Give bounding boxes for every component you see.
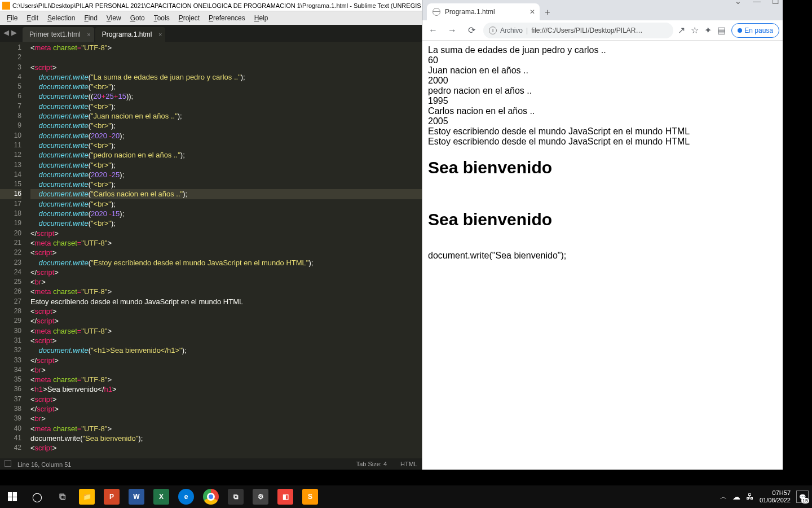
menu-view[interactable]: View xyxy=(102,14,126,22)
code-line[interactable]: <meta charset="UTF-8"> xyxy=(30,326,422,336)
code-line[interactable]: </script> xyxy=(30,356,422,365)
code-line[interactable]: </script> xyxy=(30,404,422,414)
code-line[interactable]: <meta charset="UTF-8"> xyxy=(30,375,422,384)
code-line[interactable]: <script> xyxy=(30,306,422,316)
anydesk-icon[interactable]: ◧ xyxy=(273,485,298,508)
menu-project[interactable]: Project xyxy=(174,14,204,22)
code-line[interactable]: document.write("<br>"); xyxy=(30,102,422,111)
code-line[interactable]: document.write("Estoy escribiendo desde … xyxy=(30,258,422,268)
code-line[interactable]: <script> xyxy=(30,443,422,453)
tab-close-icon[interactable]: × xyxy=(87,31,90,38)
code-line[interactable]: document.write("<br>"); xyxy=(30,160,422,170)
menu-preferences[interactable]: Preferences xyxy=(204,14,250,22)
start-button[interactable] xyxy=(0,485,25,508)
code-line[interactable]: document.write("Carlos nacion en el años… xyxy=(30,189,422,199)
status-language[interactable]: HTML xyxy=(400,461,417,467)
bookmark-icon[interactable]: ☆ xyxy=(691,25,699,36)
share-icon[interactable]: ↗ xyxy=(678,25,685,36)
code-line[interactable]: <h1>Sea bienvenido</h1> xyxy=(30,384,422,394)
back-button[interactable]: ← xyxy=(426,23,440,38)
editor-tab[interactable]: Primer text1.html× xyxy=(23,27,94,42)
action-center-icon[interactable]: 💬 xyxy=(796,491,809,503)
code-line[interactable]: </script> xyxy=(30,316,422,326)
profile-paused-pill[interactable]: En pausa xyxy=(731,23,779,38)
code-line[interactable]: document.write("<br>"); xyxy=(30,179,422,189)
chrome-toolbar: ← → ⟳ i Archivo | file:///C:/Users/PILI/… xyxy=(422,20,783,41)
code-line[interactable]: <meta charset="UTF-8"> xyxy=(30,424,422,433)
settings-icon[interactable]: ⚙ xyxy=(248,485,273,508)
tray-chevron-icon[interactable]: ︿ xyxy=(720,492,727,502)
chrome-chevron-icon[interactable]: ⌄ xyxy=(735,0,742,6)
code-line[interactable]: <br> xyxy=(30,414,422,423)
code-line[interactable]: <meta charset="UTF-8"> xyxy=(30,43,422,52)
excel-icon[interactable]: X xyxy=(149,485,174,508)
sidebar-toggle-icon[interactable] xyxy=(5,460,11,467)
code-line[interactable]: document.write("La suma de edades de jua… xyxy=(30,72,422,82)
sublime-nav-arrows[interactable]: ◀ ▶ xyxy=(3,28,17,37)
code-line[interactable]: document.write("<br>"); xyxy=(30,218,422,228)
taskbar-clock[interactable]: 07H57 01/08/2022 xyxy=(760,489,791,504)
menu-find[interactable]: Find xyxy=(80,14,102,22)
chrome-tab[interactable]: Programa.1.html ✕ xyxy=(427,3,540,20)
chrome-maximize-icon[interactable]: ☐ xyxy=(772,0,779,6)
code-line[interactable]: document.write(2020 -15); xyxy=(30,209,422,218)
store-icon[interactable]: ⧉ xyxy=(223,485,248,508)
menu-edit[interactable]: Edit xyxy=(22,14,43,22)
code-line[interactable]: <br> xyxy=(30,277,422,287)
code-line[interactable]: document.write(2020 -20); xyxy=(30,131,422,141)
code-line[interactable]: document.write("<br>"); xyxy=(30,82,422,91)
code-line[interactable]: <br> xyxy=(30,365,422,375)
omnibox[interactable]: i Archivo | file:///C:/Users/PILI/Deskto… xyxy=(483,23,673,38)
menu-selection[interactable]: Selection xyxy=(43,14,80,22)
line-number-gutter: 1234567891011121314151617181920212223242… xyxy=(0,42,27,458)
cortana-icon[interactable]: ◯ xyxy=(25,485,50,508)
code-line[interactable]: </script> xyxy=(30,229,422,238)
sublime-taskbar-icon[interactable]: S xyxy=(298,485,323,508)
forward-button[interactable]: → xyxy=(445,23,460,38)
extensions-icon[interactable]: ✦ xyxy=(704,25,712,36)
omnibox-url: file:///C:/Users/PILI/Desktop/PILAR… xyxy=(531,27,642,34)
menu-file[interactable]: File xyxy=(2,14,22,22)
code-line[interactable]: document.write((20+25+15)); xyxy=(30,91,422,101)
code-line[interactable]: <script> xyxy=(30,248,422,257)
menu-tools[interactable]: Tools xyxy=(149,14,174,22)
code-line[interactable]: <script> xyxy=(30,395,422,404)
code-line[interactable]: document.write("<br>"); xyxy=(30,121,422,130)
tab-close-icon[interactable]: × xyxy=(158,31,162,38)
code-line[interactable] xyxy=(30,52,422,62)
menu-goto[interactable]: Goto xyxy=(126,14,149,22)
code-line[interactable]: document.write(2020 -25); xyxy=(30,170,422,179)
code-line[interactable]: document.write("<br>"); xyxy=(30,199,422,209)
sublime-editor[interactable]: 1234567891011121314151617181920212223242… xyxy=(0,42,422,458)
onedrive-icon[interactable]: ☁ xyxy=(732,492,740,501)
code-line[interactable]: Estoy escribiendo desde el mundo JavaScr… xyxy=(30,297,422,306)
reload-button[interactable]: ⟳ xyxy=(464,23,479,38)
sublime-titlebar[interactable]: C:\Users\PILI\Desktop\PILAR PERSONAL 202… xyxy=(0,0,422,11)
code-line[interactable]: <meta charset="UTF-8"> xyxy=(30,238,422,248)
site-info-icon[interactable]: i xyxy=(489,27,497,34)
menu-help[interactable]: Help xyxy=(250,14,273,22)
code-line[interactable]: document.write("Juan nacion en el años .… xyxy=(30,111,422,121)
code-line[interactable]: document.write("pedro nacion en el años … xyxy=(30,150,422,160)
file-explorer-icon[interactable]: 📁 xyxy=(74,485,99,508)
code-area[interactable]: <meta charset="UTF-8"><script> document.… xyxy=(27,42,422,458)
code-line[interactable]: document.write("<h1>Sea bienvenido</h1>"… xyxy=(30,345,422,355)
code-line[interactable]: <script> xyxy=(30,336,422,345)
code-line[interactable]: <meta charset="UTF-8"> xyxy=(30,287,422,296)
edge-icon[interactable]: e xyxy=(174,485,198,508)
new-tab-button[interactable]: + xyxy=(540,5,555,20)
reading-list-icon[interactable]: ▤ xyxy=(717,25,726,36)
code-line[interactable]: </script> xyxy=(30,268,422,277)
tab-close-icon[interactable]: ✕ xyxy=(529,8,535,16)
network-icon[interactable]: 🖧 xyxy=(746,492,754,501)
editor-tab[interactable]: Programa.1.html× xyxy=(95,27,166,42)
powerpoint-icon[interactable]: P xyxy=(99,485,124,508)
code-line[interactable]: document.write("<br>"); xyxy=(30,141,422,150)
code-line[interactable]: <script> xyxy=(30,63,422,72)
chrome-icon[interactable] xyxy=(198,485,223,508)
status-tabsize[interactable]: Tab Size: 4 xyxy=(356,461,387,467)
chrome-minimize-icon[interactable]: — xyxy=(753,0,761,6)
code-line[interactable]: document.write("Sea bienvenido"); xyxy=(30,433,422,443)
word-icon[interactable]: W xyxy=(124,485,149,508)
task-view-icon[interactable]: ⧉ xyxy=(50,485,74,508)
